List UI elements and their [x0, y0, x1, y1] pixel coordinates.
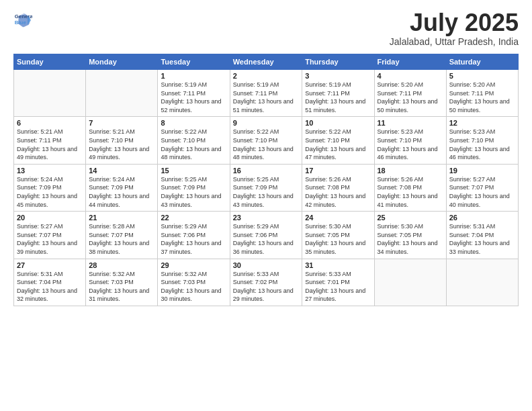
day-info: Sunrise: 5:32 AMSunset: 7:03 PMDaylight:…	[89, 270, 154, 304]
day-number: 25	[378, 214, 443, 222]
day-cell: 6Sunrise: 5:21 AMSunset: 7:11 PMDaylight…	[14, 117, 86, 164]
day-cell: 27Sunrise: 5:31 AMSunset: 7:04 PMDayligh…	[14, 259, 86, 306]
day-number: 24	[305, 214, 371, 222]
day-cell: 2Sunrise: 5:19 AMSunset: 7:11 PMDaylight…	[230, 70, 302, 117]
day-number: 19	[449, 167, 515, 175]
day-info: Sunrise: 5:29 AMSunset: 7:06 PMDaylight:…	[161, 222, 226, 256]
day-info: Sunrise: 5:26 AMSunset: 7:08 PMDaylight:…	[378, 175, 443, 209]
svg-text:Blue: Blue	[15, 19, 27, 26]
day-info: Sunrise: 5:19 AMSunset: 7:11 PMDaylight:…	[305, 81, 371, 114]
day-number: 21	[89, 214, 154, 222]
day-cell: 3Sunrise: 5:19 AMSunset: 7:11 PMDaylight…	[302, 70, 374, 117]
header-tuesday: Tuesday	[158, 54, 230, 70]
day-info: Sunrise: 5:30 AMSunset: 7:05 PMDaylight:…	[305, 222, 371, 256]
day-cell: 5Sunrise: 5:20 AMSunset: 7:11 PMDaylight…	[446, 70, 518, 117]
day-cell: 17Sunrise: 5:26 AMSunset: 7:08 PMDayligh…	[302, 164, 374, 211]
day-cell: 16Sunrise: 5:25 AMSunset: 7:09 PMDayligh…	[230, 164, 302, 211]
day-cell: 20Sunrise: 5:27 AMSunset: 7:07 PMDayligh…	[14, 212, 86, 259]
day-info: Sunrise: 5:20 AMSunset: 7:11 PMDaylight:…	[449, 81, 515, 114]
logo-icon: General Blue	[13, 11, 32, 30]
page: General Blue July 2025 Jalalabad, Uttar …	[0, 0, 532, 411]
day-number: 18	[378, 167, 443, 175]
day-info: Sunrise: 5:25 AMSunset: 7:09 PMDaylight:…	[233, 175, 299, 209]
day-number: 31	[305, 261, 371, 269]
day-info: Sunrise: 5:31 AMSunset: 7:04 PMDaylight:…	[449, 222, 515, 256]
week-row-1: 1Sunrise: 5:19 AMSunset: 7:11 PMDaylight…	[14, 70, 519, 117]
day-number: 5	[449, 72, 515, 80]
header-friday: Friday	[374, 54, 446, 70]
month-title: July 2025	[390, 11, 519, 35]
header-monday: Monday	[86, 54, 158, 70]
day-number: 23	[233, 214, 299, 222]
day-cell: 18Sunrise: 5:26 AMSunset: 7:08 PMDayligh…	[374, 164, 446, 211]
week-row-5: 27Sunrise: 5:31 AMSunset: 7:04 PMDayligh…	[14, 259, 519, 306]
day-number: 15	[161, 167, 226, 175]
logo: General Blue	[13, 11, 32, 30]
day-number: 20	[17, 214, 83, 222]
day-info: Sunrise: 5:23 AMSunset: 7:10 PMDaylight:…	[449, 128, 515, 161]
day-info: Sunrise: 5:24 AMSunset: 7:09 PMDaylight:…	[89, 175, 154, 209]
day-cell: 4Sunrise: 5:20 AMSunset: 7:11 PMDaylight…	[374, 70, 446, 117]
day-cell: 14Sunrise: 5:24 AMSunset: 7:09 PMDayligh…	[86, 164, 158, 211]
day-cell: 9Sunrise: 5:22 AMSunset: 7:10 PMDaylight…	[230, 117, 302, 164]
day-cell: 31Sunrise: 5:33 AMSunset: 7:01 PMDayligh…	[302, 259, 374, 306]
day-number: 2	[233, 72, 299, 80]
day-cell: 28Sunrise: 5:32 AMSunset: 7:03 PMDayligh…	[86, 259, 158, 306]
day-cell: 29Sunrise: 5:32 AMSunset: 7:03 PMDayligh…	[158, 259, 230, 306]
day-cell: 30Sunrise: 5:33 AMSunset: 7:02 PMDayligh…	[230, 259, 302, 306]
day-cell: 25Sunrise: 5:30 AMSunset: 7:05 PMDayligh…	[374, 212, 446, 259]
day-cell: 26Sunrise: 5:31 AMSunset: 7:04 PMDayligh…	[446, 212, 518, 259]
calendar: Sunday Monday Tuesday Wednesday Thursday…	[13, 54, 519, 306]
day-number: 12	[449, 119, 515, 127]
day-number: 30	[233, 261, 299, 269]
week-row-4: 20Sunrise: 5:27 AMSunset: 7:07 PMDayligh…	[14, 212, 519, 259]
day-cell: 24Sunrise: 5:30 AMSunset: 7:05 PMDayligh…	[302, 212, 374, 259]
day-info: Sunrise: 5:19 AMSunset: 7:11 PMDaylight:…	[161, 81, 226, 114]
day-cell: 15Sunrise: 5:25 AMSunset: 7:09 PMDayligh…	[158, 164, 230, 211]
day-cell: 8Sunrise: 5:22 AMSunset: 7:10 PMDaylight…	[158, 117, 230, 164]
day-cell	[374, 259, 446, 306]
day-info: Sunrise: 5:27 AMSunset: 7:07 PMDaylight:…	[17, 222, 83, 256]
header-wednesday: Wednesday	[230, 54, 302, 70]
day-number: 4	[378, 72, 443, 80]
day-number: 9	[233, 119, 299, 127]
day-number: 3	[305, 72, 371, 80]
header-thursday: Thursday	[302, 54, 374, 70]
day-cell: 19Sunrise: 5:27 AMSunset: 7:07 PMDayligh…	[446, 164, 518, 211]
day-cell	[446, 259, 518, 306]
day-info: Sunrise: 5:20 AMSunset: 7:11 PMDaylight:…	[378, 81, 443, 114]
day-number: 29	[161, 261, 226, 269]
day-number: 28	[89, 261, 154, 269]
day-number: 26	[449, 214, 515, 222]
day-info: Sunrise: 5:30 AMSunset: 7:05 PMDaylight:…	[378, 222, 443, 256]
header-sunday: Sunday	[14, 54, 86, 70]
day-info: Sunrise: 5:21 AMSunset: 7:11 PMDaylight:…	[17, 128, 83, 161]
day-cell: 1Sunrise: 5:19 AMSunset: 7:11 PMDaylight…	[158, 70, 230, 117]
day-number: 1	[161, 72, 226, 80]
day-cell	[86, 70, 158, 117]
day-info: Sunrise: 5:25 AMSunset: 7:09 PMDaylight:…	[161, 175, 226, 209]
day-cell: 21Sunrise: 5:28 AMSunset: 7:07 PMDayligh…	[86, 212, 158, 259]
day-info: Sunrise: 5:19 AMSunset: 7:11 PMDaylight:…	[233, 81, 299, 114]
week-row-3: 13Sunrise: 5:24 AMSunset: 7:09 PMDayligh…	[14, 164, 519, 211]
day-number: 22	[161, 214, 226, 222]
day-number: 7	[89, 119, 154, 127]
day-cell: 11Sunrise: 5:23 AMSunset: 7:10 PMDayligh…	[374, 117, 446, 164]
day-cell: 23Sunrise: 5:29 AMSunset: 7:06 PMDayligh…	[230, 212, 302, 259]
header: General Blue July 2025 Jalalabad, Uttar …	[13, 11, 519, 47]
day-number: 10	[305, 119, 371, 127]
day-info: Sunrise: 5:33 AMSunset: 7:01 PMDaylight:…	[305, 270, 371, 304]
day-number: 16	[233, 167, 299, 175]
day-number: 11	[378, 119, 443, 127]
day-info: Sunrise: 5:24 AMSunset: 7:09 PMDaylight:…	[17, 175, 83, 209]
day-info: Sunrise: 5:31 AMSunset: 7:04 PMDaylight:…	[17, 270, 83, 304]
day-info: Sunrise: 5:22 AMSunset: 7:10 PMDaylight:…	[161, 128, 226, 161]
day-info: Sunrise: 5:22 AMSunset: 7:10 PMDaylight:…	[233, 128, 299, 161]
day-cell	[14, 70, 86, 117]
day-info: Sunrise: 5:21 AMSunset: 7:10 PMDaylight:…	[89, 128, 154, 161]
day-number: 27	[17, 261, 83, 269]
day-cell: 12Sunrise: 5:23 AMSunset: 7:10 PMDayligh…	[446, 117, 518, 164]
day-info: Sunrise: 5:28 AMSunset: 7:07 PMDaylight:…	[89, 222, 154, 256]
day-number: 17	[305, 167, 371, 175]
header-row: Sunday Monday Tuesday Wednesday Thursday…	[14, 54, 519, 70]
